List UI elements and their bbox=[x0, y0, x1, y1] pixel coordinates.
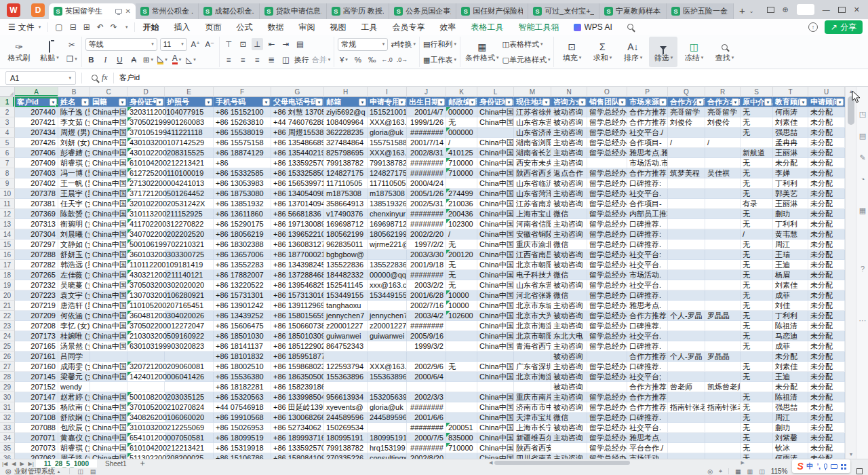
cell-U29[interactable]: 未分配 bbox=[808, 382, 845, 392]
cell-A11[interactable]: 207381 bbox=[15, 199, 58, 209]
cell-H13[interactable]: 169698712 bbox=[324, 219, 368, 229]
cell-S2[interactable]: 无 bbox=[741, 107, 773, 117]
file-menu-button[interactable]: ☰ 文件 ▾ bbox=[0, 22, 47, 33]
cell-O25[interactable]: 留学总经办 bbox=[587, 341, 627, 352]
cell-S5[interactable] bbox=[741, 138, 773, 148]
cell-Q5[interactable]: / bbox=[668, 138, 705, 148]
cell-D13[interactable]: 411702200312270822 bbox=[127, 219, 165, 229]
cell-O6[interactable]: 留学总经办 bbox=[587, 148, 627, 158]
cell-I25[interactable] bbox=[368, 341, 407, 352]
cell-C25[interactable]: China中国 bbox=[90, 341, 127, 352]
cell-D27[interactable]: 320721200209060081 bbox=[127, 362, 165, 372]
cell-B30[interactable]: 赵君婷 (女 bbox=[58, 392, 90, 402]
freeze-button[interactable]: ◫冻结▾ bbox=[679, 37, 708, 67]
cell-A20[interactable]: 207223 bbox=[15, 290, 58, 301]
cell-R26[interactable]: 罗晶晶 bbox=[705, 352, 741, 362]
cell-L29[interactable] bbox=[477, 382, 514, 392]
cell-I34[interactable]: 180995191 bbox=[368, 433, 407, 443]
cell-G10[interactable]: +86 1340540988 bbox=[271, 189, 324, 199]
row-number[interactable]: 18 bbox=[0, 270, 15, 280]
cell-R15[interactable] bbox=[705, 240, 741, 250]
cell-R28[interactable] bbox=[705, 372, 741, 382]
filter-dropdown-icon[interactable]: ▼ bbox=[764, 98, 772, 106]
cell-U16[interactable]: 未分配 bbox=[808, 250, 845, 260]
cell-B5[interactable]: 刘妍 (女) bbox=[58, 138, 90, 148]
cell-S34[interactable]: 无 bbox=[741, 433, 773, 443]
clear-format-button[interactable]: ◺▾ bbox=[185, 54, 197, 66]
cell-S4[interactable]: 无 bbox=[741, 128, 773, 138]
cell-R2[interactable]: 亮哥留学 bbox=[705, 107, 741, 117]
cell-L33[interactable]: China中国 bbox=[477, 423, 514, 433]
cell-F23[interactable]: +86 15606475 bbox=[214, 321, 271, 331]
row-number[interactable]: 27 bbox=[0, 362, 15, 372]
cell-T12[interactable]: 蒯玏 bbox=[773, 209, 808, 219]
file-tab[interactable]: S医护五险一金.xlsx bbox=[667, 3, 734, 19]
upgrade-icon[interactable]: ↑ bbox=[808, 22, 818, 32]
cell-I10[interactable]: m1875308 bbox=[368, 189, 407, 199]
cell-G4[interactable]: +86 周煜155380 bbox=[271, 128, 324, 138]
cell-A23[interactable]: 207208 bbox=[15, 321, 58, 331]
print-icon[interactable]: ⊟ bbox=[70, 22, 77, 32]
cell-A32[interactable]: 207108 bbox=[15, 413, 58, 423]
cell-A24[interactable]: 207173 bbox=[15, 331, 58, 341]
cell-I2[interactable]: 151521001 bbox=[368, 107, 407, 117]
cell-P35[interactable]: 平台合作./ bbox=[627, 443, 668, 453]
cell-L21[interactable]: China中国 bbox=[477, 301, 514, 311]
cell-H32[interactable]: 244589596 bbox=[324, 413, 368, 423]
filter-dropdown-icon[interactable]: ▼ bbox=[205, 98, 212, 106]
cell-O24[interactable]: 留学总经办 bbox=[587, 331, 627, 341]
cell-A18[interactable]: 207265 bbox=[15, 270, 58, 280]
cell-O28[interactable]: 留学总经办 bbox=[587, 372, 627, 382]
cell-I22[interactable]: jennychen7 bbox=[368, 311, 407, 321]
wps-logo-icon[interactable]: W bbox=[7, 3, 20, 17]
header-cell-O[interactable]: 销售团队▼ bbox=[587, 97, 627, 107]
cell-O35[interactable]: 留学总经办 bbox=[587, 443, 627, 453]
cell-P7[interactable]: 市场活动.市 bbox=[627, 158, 668, 168]
cell-B26[interactable]: 吕同学 bbox=[58, 352, 90, 362]
cell-C7[interactable]: China中国 bbox=[90, 158, 127, 168]
cell-P16[interactable]: 社交平台: bbox=[627, 250, 668, 260]
file-tab[interactable]: S可过_支付宝+_滴滴 bbox=[528, 3, 599, 19]
cell-H28[interactable]: 155363896 bbox=[324, 372, 368, 382]
cell-C13[interactable]: China中国 bbox=[90, 219, 127, 229]
side-tool-icon-1[interactable]: ▤ bbox=[856, 132, 868, 140]
side-tool-icon-0[interactable]: ◳ bbox=[856, 110, 868, 119]
cell-N26[interactable]: 被动咨询 bbox=[551, 352, 587, 362]
cell-J14[interactable]: 2002/2/20 bbox=[407, 229, 446, 240]
cell-I12[interactable]: chenxinyur bbox=[368, 209, 407, 219]
cell-K9[interactable] bbox=[446, 178, 477, 189]
cell-S20[interactable]: 无 bbox=[741, 290, 773, 301]
filter-dropdown-icon[interactable]: ▼ bbox=[732, 98, 739, 106]
cell-M36[interactable]: 四川省南充 bbox=[514, 453, 551, 459]
cell-Q32[interactable] bbox=[668, 413, 705, 423]
cell-U8[interactable]: 未分配 bbox=[808, 168, 845, 178]
cell-O32[interactable]: 留学总经办 bbox=[587, 413, 627, 423]
side-tool-icon-2[interactable]: ✎ bbox=[856, 153, 868, 162]
cell-B31[interactable]: 杨欣南 (女 bbox=[58, 402, 90, 413]
cell-J2[interactable]: 2001/4/7 bbox=[407, 107, 446, 117]
cell-G15[interactable]: +86 1360831276 bbox=[271, 240, 324, 250]
layout-icon[interactable] bbox=[767, 7, 774, 13]
cell-H15[interactable]: 962835011 bbox=[324, 240, 368, 250]
cell-U14[interactable]: 未分配 bbox=[808, 229, 845, 240]
cell-A9[interactable]: 207402 bbox=[15, 178, 58, 189]
cell-B13[interactable]: 衡琬明 (女 bbox=[58, 219, 90, 229]
cell-K25[interactable] bbox=[446, 341, 477, 352]
cell-M26[interactable] bbox=[514, 352, 551, 362]
cell-R7[interactable] bbox=[705, 158, 741, 168]
cell-D34[interactable]: 654101200007050581 bbox=[127, 433, 165, 443]
cell-L2[interactable]: China中国 bbox=[477, 107, 514, 117]
cell-K2[interactable]: 000000 bbox=[446, 107, 477, 117]
next-sheet-icon[interactable]: ▶ bbox=[18, 461, 26, 467]
cell-style-button[interactable]: ▢ 单元格样式▾ bbox=[502, 55, 551, 65]
cell-B15[interactable]: 文静如 (女 bbox=[58, 240, 90, 250]
add-sheet-button[interactable]: + bbox=[135, 459, 151, 468]
cell-A29[interactable]: 207152 bbox=[15, 382, 58, 392]
cell-D25[interactable]: 630103199903020823 bbox=[127, 341, 165, 352]
cell-K13[interactable]: 102300 bbox=[446, 219, 477, 229]
cell-Q9[interactable] bbox=[668, 178, 705, 189]
cell-F2[interactable]: +86 15152100 bbox=[214, 107, 271, 117]
cell-I33[interactable] bbox=[368, 423, 407, 433]
cell-I17[interactable]: 135522836 bbox=[368, 260, 407, 270]
cell-M25[interactable]: 青海省西宁 bbox=[514, 341, 551, 352]
